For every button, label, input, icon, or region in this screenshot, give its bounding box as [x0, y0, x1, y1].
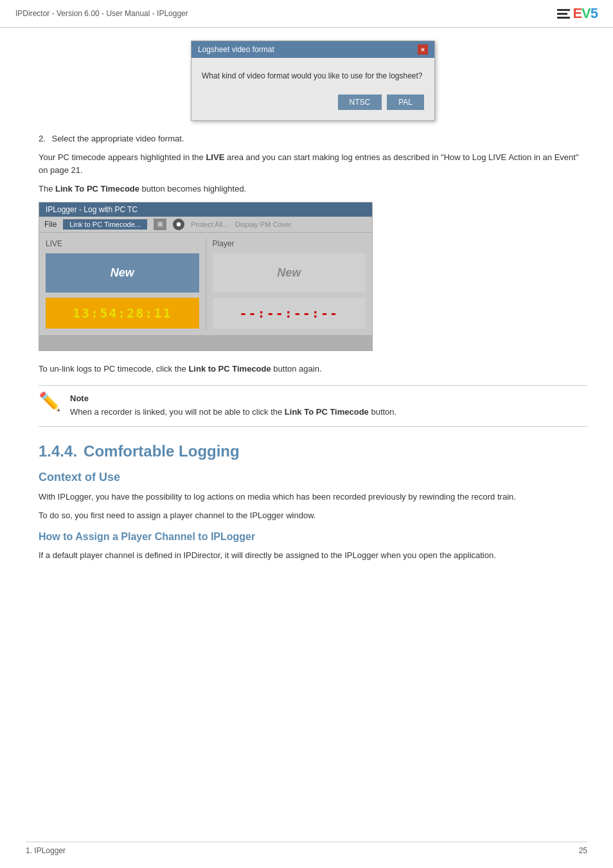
player-panel: Player New --:--:--:--	[206, 233, 373, 335]
dialog-body: What kind of video format would you like…	[191, 58, 434, 120]
eve-logo: EV5	[557, 5, 598, 22]
note-content: Note When a recorder is linked, you will…	[70, 393, 587, 419]
live-label: LIVE	[46, 239, 199, 248]
footer-right: 25	[579, 846, 587, 855]
menu-file[interactable]: File	[44, 220, 57, 229]
step2-text: 2. Select the appropriate video format.	[39, 132, 587, 145]
player-label: Player	[213, 239, 366, 248]
player-timecode: --:--:--:--	[213, 298, 366, 329]
para2-bold: Link To PC Timecode	[55, 184, 139, 194]
logo-line-3	[557, 17, 570, 19]
dialog-close-button[interactable]: ×	[418, 44, 428, 55]
player-new: New	[213, 253, 366, 293]
unlink-prefix: To un-link logs to PC timecode, click th…	[39, 364, 188, 374]
iplogger-window: IPLogger - Log with PC TC File Link to P…	[39, 202, 373, 351]
note-text: When a recorder is linked, you will not …	[70, 406, 587, 419]
para2-suffix: button becomes highlighted.	[139, 184, 246, 194]
page-footer: 1. IPLogger 25	[26, 842, 587, 855]
logo-line-1	[557, 9, 570, 11]
note-text-prefix: When a recorder is linked, you will not …	[70, 407, 285, 417]
step2-label: Select the appropriate video format.	[51, 134, 184, 143]
display-pm-cover-label: Display PM Cover	[235, 221, 292, 228]
step2-number: 2.	[39, 134, 46, 143]
note-title: Note	[70, 393, 587, 403]
context-para2: To do so, you first need to assign a pla…	[39, 509, 587, 522]
unlink-suffix: button again.	[271, 364, 322, 374]
note-text-bold: Link To PC Timecode	[285, 407, 369, 417]
section-144-heading: 1.4.4.Comfortable Logging	[39, 442, 587, 460]
iplogger-menubar: File Link to PC Timecode... ⊞ ⏺ Protect …	[39, 217, 372, 233]
unlink-para: To un-link logs to PC timecode, click th…	[39, 363, 587, 375]
live-new: New	[46, 253, 199, 293]
dialog-title: Logsheet video format	[198, 45, 274, 54]
logo-e1: E	[573, 5, 582, 21]
pal-button[interactable]: PAL	[387, 95, 424, 110]
logo-lines	[557, 9, 570, 19]
note-box: ✏️ Note When a recorder is linked, you w…	[39, 385, 587, 427]
context-para1: With IPLogger, you have the possibility …	[39, 491, 587, 503]
section-144-number: 1.4.4.	[39, 442, 77, 460]
header-title: IPDirector - Version 6.00 - User Manual …	[15, 9, 188, 18]
para1-prefix: Your PC timecode appears highlighted in …	[39, 152, 206, 162]
grid-icon: ⊞	[154, 219, 166, 230]
page-header: IPDirector - Version 6.00 - User Manual …	[0, 0, 613, 28]
ntsc-button[interactable]: NTSC	[338, 95, 382, 110]
iplogger-footer	[39, 335, 372, 350]
logo-line-2	[557, 13, 567, 15]
iplogger-main: LIVE New 13:54:28:11 Player New --:--:--…	[39, 233, 372, 335]
logo-e2: 5	[591, 5, 598, 21]
note-pencil-icon: ✏️	[39, 391, 61, 412]
iplogger-title: IPLogger - Log with PC TC	[46, 205, 138, 214]
dialog-wrapper: Logsheet video format × What kind of vid…	[39, 41, 587, 121]
footer-left: 1. IPLogger	[26, 846, 66, 855]
iplogger-titlebar: IPLogger - Log with PC TC	[39, 203, 372, 217]
dialog-question: What kind of video format would you like…	[202, 71, 424, 82]
iplogger-screenshot: IPLogger - Log with PC TC File Link to P…	[39, 202, 587, 351]
protect-all-label: Protect All...	[191, 221, 229, 228]
assign-heading: How to Assign a Player Channel to IPLogg…	[39, 531, 587, 543]
link-to-pc-timecode-button[interactable]: Link to PC Timecode...	[63, 219, 147, 230]
para1: Your PC timecode appears highlighted in …	[39, 151, 587, 176]
main-content: Logsheet video format × What kind of vid…	[0, 28, 613, 581]
para2-prefix: The	[39, 184, 55, 194]
live-panel: LIVE New 13:54:28:11	[39, 233, 206, 335]
record-icon: ⏺	[173, 219, 184, 230]
logo-text: EV5	[573, 5, 598, 22]
para1-bold: LIVE	[206, 152, 224, 162]
live-timecode: 13:54:28:11	[46, 298, 199, 329]
logsheet-dialog: Logsheet video format × What kind of vid…	[191, 41, 435, 121]
para2: The Link To PC Timecode button becomes h…	[39, 183, 587, 195]
logo-v: V	[582, 5, 591, 21]
note-text-suffix: button.	[369, 407, 396, 417]
unlink-bold: Link to PC Timecode	[188, 364, 271, 374]
context-heading: Context of Use	[39, 471, 587, 484]
assign-para: If a default player channel is defined i…	[39, 549, 587, 562]
dialog-titlebar: Logsheet video format ×	[191, 41, 434, 58]
section-144-title: Comfortable Logging	[84, 442, 240, 460]
dialog-buttons: NTSC PAL	[202, 95, 424, 110]
